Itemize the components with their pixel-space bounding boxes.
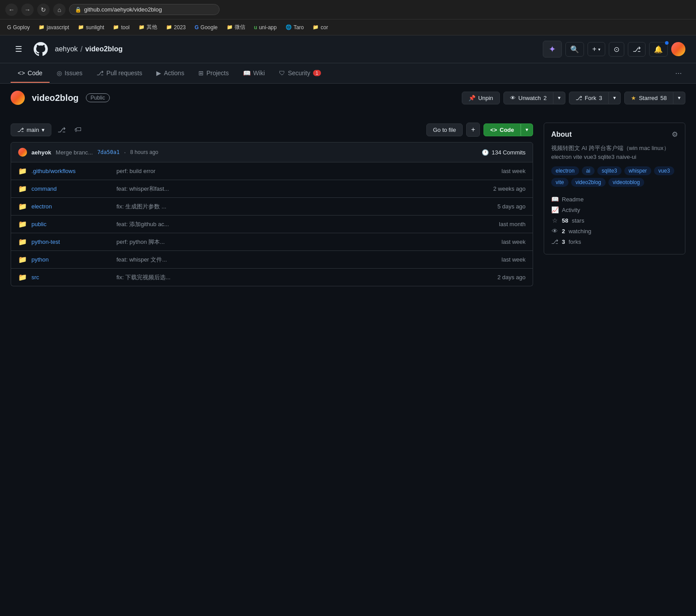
topic-whisper[interactable]: whisper — [624, 166, 651, 175]
bookmark-javascript[interactable]: 📁 javascript — [35, 23, 73, 32]
tab-projects[interactable]: ⊞ Projects — [191, 64, 236, 83]
forward-button[interactable]: → — [21, 4, 34, 16]
pullrequest-button[interactable]: ⎇ — [628, 42, 646, 57]
file-name[interactable]: public — [31, 221, 111, 227]
file-row-python[interactable]: 📁 python feat: whisper 文件... last week — [11, 251, 533, 269]
commit-count: 134 Commits — [491, 149, 526, 156]
bookmark-goploy[interactable]: G Goploy — [4, 23, 33, 32]
topic-video2blog[interactable]: video2blog — [571, 178, 606, 187]
bookmark-label: Taro — [294, 24, 304, 31]
topic-videotoblog[interactable]: videotoblog — [608, 178, 644, 187]
bookmark-cor[interactable]: 📁 cor — [309, 23, 332, 32]
file-row-workflows[interactable]: 📁 .github/workflows perf: build error la… — [11, 162, 533, 180]
topic-electron[interactable]: electron — [551, 166, 579, 175]
bookmark-uniapp[interactable]: u uni-app — [251, 23, 280, 32]
repo-avatar — [11, 91, 25, 105]
fork-group: ⎇ Fork 3 ▾ — [569, 92, 621, 104]
branch-selector[interactable]: ⎇ main ▾ — [11, 123, 51, 136]
activity-link[interactable]: 📈 Activity — [551, 204, 678, 215]
code-button[interactable]: <> Code — [483, 123, 521, 136]
search-button[interactable]: 🔍 — [565, 42, 584, 57]
readme-link[interactable]: 📖 Readme — [551, 194, 678, 204]
security-badge: 1 — [313, 70, 321, 76]
unwatch-button[interactable]: 👁 Unwatch 2 — [503, 92, 553, 104]
tab-actions[interactable]: ▶ Actions — [149, 64, 191, 83]
commit-count-button[interactable]: 🕐 134 Commits — [482, 149, 526, 156]
bookmark-folder-icon: 📁 — [227, 24, 233, 30]
file-name[interactable]: python — [31, 256, 111, 263]
back-button[interactable]: ← — [5, 4, 18, 16]
file-name[interactable]: src — [31, 274, 111, 281]
file-row-electron[interactable]: 📁 electron fix: 生成图片参数 ... 5 days ago — [11, 198, 533, 216]
file-name[interactable]: python-test — [31, 239, 111, 245]
topic-sqlite3[interactable]: sqlite3 — [597, 166, 622, 175]
breadcrumb-owner[interactable]: aehyok — [55, 45, 78, 53]
topic-ai[interactable]: ai — [582, 166, 595, 175]
branch-bar: ⎇ main ▾ ⎇ 🏷 Go to file + <> Code ▾ — [11, 123, 533, 137]
bookmark-2023[interactable]: 📁 2023 — [162, 23, 189, 32]
refresh-button[interactable]: ↻ — [37, 4, 50, 16]
branches-button[interactable]: ⎇ — [55, 123, 68, 137]
commit-hash[interactable]: 7da50a1 — [97, 149, 120, 155]
file-row-python-test[interactable]: 📁 python-test perf: python 脚本... last we… — [11, 233, 533, 251]
tab-security[interactable]: 🛡 Security 1 — [272, 64, 328, 83]
file-name[interactable]: command — [31, 185, 111, 192]
file-row-public[interactable]: 📁 public feat: 添加github ac... last month — [11, 216, 533, 233]
watching-link[interactable]: 👁 2 watching — [551, 226, 678, 236]
copilot-button[interactable]: ✦ — [543, 41, 562, 58]
code-tab-icon: <> — [18, 69, 25, 77]
file-name[interactable]: .github/workflows — [31, 168, 111, 174]
repo-actions: 📌 Unpin 👁 Unwatch 2 ▾ ⎇ Fork 3 ▾ ★ — [462, 92, 685, 104]
watching-count: 2 — [562, 228, 565, 235]
bookmark-icon: G — [195, 24, 199, 31]
home-button[interactable]: ⌂ — [53, 4, 66, 16]
bookmark-tool[interactable]: 📁 tool — [109, 23, 133, 32]
new-button[interactable]: + ▾ — [588, 42, 605, 56]
bookmark-label: sunlight — [86, 24, 104, 31]
topic-vue3[interactable]: vue3 — [654, 166, 674, 175]
tags-button[interactable]: 🏷 — [72, 123, 84, 136]
unwatch-label: Unwatch — [518, 95, 541, 101]
bookmark-folder-icon: 📁 — [139, 24, 145, 30]
star-label: Starred — [639, 95, 658, 101]
menu-button[interactable]: ☰ — [11, 42, 27, 57]
star-button[interactable]: ★ Starred 58 — [624, 92, 673, 104]
repo-nav: <> Code ◎ Issues ⎇ Pull requests ▶ Actio… — [0, 63, 696, 84]
file-commit-msg: perf: build error — [116, 168, 476, 174]
about-settings-button[interactable]: ⚙ — [672, 130, 678, 139]
stars-link[interactable]: ☆ 58 stars — [551, 215, 678, 226]
user-avatar[interactable] — [671, 42, 685, 56]
topic-vite[interactable]: vite — [551, 178, 568, 187]
file-commit-msg: feat: whisper和fast... — [116, 185, 476, 193]
file-row-command[interactable]: 📁 command feat: whisper和fast... 2 weeks … — [11, 180, 533, 198]
tab-pullrequests[interactable]: ⎇ Pull requests — [89, 64, 149, 83]
tab-wiki[interactable]: 📖 Wiki — [236, 64, 272, 83]
tab-issues[interactable]: ◎ Issues — [50, 64, 89, 83]
file-name[interactable]: electron — [31, 203, 111, 210]
unwatch-dropdown-button[interactable]: ▾ — [553, 92, 565, 104]
forks-link[interactable]: ⎇ 3 forks — [551, 236, 678, 247]
issues-button[interactable]: ⊙ — [609, 42, 624, 57]
unwatch-count: 2 — [543, 95, 546, 101]
unpin-button[interactable]: 📌 Unpin — [462, 92, 500, 104]
fork-dropdown-button[interactable]: ▾ — [609, 92, 621, 104]
add-file-button[interactable]: + — [466, 123, 480, 137]
bookmark-label: javascript — [46, 24, 69, 31]
stars-count: 58 — [562, 217, 568, 224]
tab-code[interactable]: <> Code — [11, 64, 50, 83]
bookmark-google[interactable]: G Google — [191, 23, 221, 32]
bookmark-other[interactable]: 📁 其他 — [135, 22, 161, 33]
notifications-button[interactable]: 🔔 — [649, 42, 668, 57]
bookmark-taro[interactable]: 🌐 Taro — [282, 23, 307, 32]
notifications-wrapper: 🔔 — [649, 42, 668, 57]
fork-button[interactable]: ⎇ Fork 3 — [569, 92, 609, 104]
url-bar[interactable]: 🔒 github.com/aehyok/video2blog — [69, 4, 220, 15]
code-dropdown-button[interactable]: ▾ — [521, 123, 533, 136]
file-row-src[interactable]: 📁 src fix: 下载完视频后选... 2 days ago — [11, 269, 533, 286]
goto-file-button[interactable]: Go to file — [426, 123, 463, 136]
star-dropdown-button[interactable]: ▾ — [673, 92, 685, 104]
bookmark-sunlight[interactable]: 📁 sunlight — [74, 23, 108, 32]
more-tabs-button[interactable]: ··· — [672, 63, 685, 83]
bookmark-wechat[interactable]: 📁 微信 — [223, 22, 249, 33]
file-browser: ⎇ main ▾ ⎇ 🏷 Go to file + <> Code ▾ a — [11, 123, 533, 286]
